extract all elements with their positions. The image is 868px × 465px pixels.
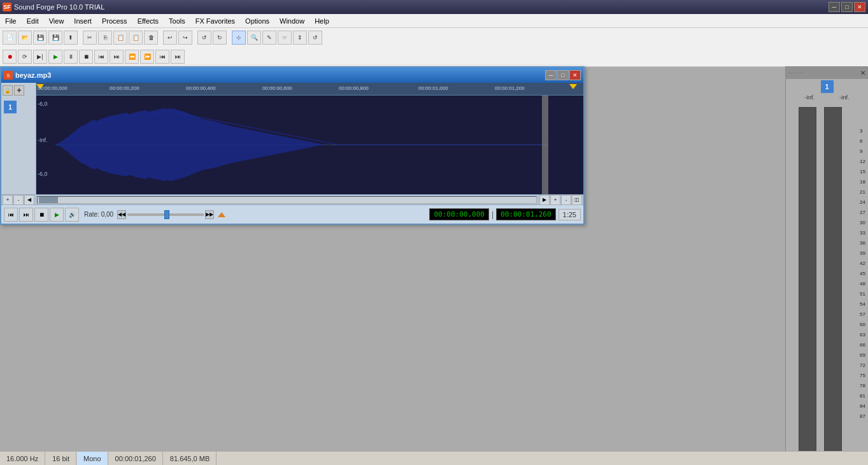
rate-increase[interactable]: ▶▶ [205,210,214,219]
copy-button[interactable]: ⎘ [98,31,112,45]
undo2-button[interactable]: ↺ [197,31,211,45]
pencil-tool-button[interactable]: ✎ [262,31,276,45]
track-number: 1 [4,101,17,113]
timeline-marker-right[interactable] [569,84,577,89]
go-start-button[interactable]: ⏮ [4,208,18,222]
vu-scale-51: 51 [860,292,865,297]
delete-button[interactable]: 🗑 [144,31,158,45]
tick-1: 00:00:00,200 [110,85,139,91]
open-button[interactable]: 📂 [18,31,32,45]
fit-button[interactable]: ◫ [572,195,582,205]
play-from-start[interactable]: ▶| [33,50,47,64]
vu-scale-48: 48 [860,282,865,287]
zoom-minus2-button[interactable]: - [561,195,571,205]
redo-button[interactable]: ↪ [178,31,192,45]
scroll-right-button[interactable]: ▶ [539,195,550,205]
scroll-thumb[interactable] [39,197,58,203]
vu-inf-labels: -Inf. -Inf. [786,94,868,101]
go-end-button[interactable]: ⏭ [19,208,33,222]
vu-scale-12: 12 [860,159,865,164]
zoom-in-button[interactable]: + [550,195,560,205]
pause-button[interactable]: ⏸ [64,50,78,64]
maximize-button[interactable]: □ [841,2,853,12]
menu-effects[interactable]: Effects [132,16,164,26]
rate-slider-thumb[interactable] [164,210,169,219]
menu-options[interactable]: Options [240,16,274,26]
svg-marker-1 [55,108,542,145]
menu-tools[interactable]: Tools [164,16,190,26]
record-button[interactable]: ⏺ [3,50,17,64]
menu-help[interactable]: Help [309,16,334,26]
save-as-button[interactable]: 💾 [48,31,62,45]
menu-window[interactable]: Window [274,16,309,26]
play-button[interactable]: ▶ [50,208,64,222]
vu-channel-number: 1 [821,80,834,93]
vu-bar-left [799,107,816,464]
go-end2[interactable]: ⏭ [110,50,124,64]
tick-0: 00:00:00,000 [38,85,68,91]
zoom-tool-button[interactable]: 🔍 [247,31,261,45]
pointer-tool-button[interactable]: ☞ [278,31,292,45]
prev-marker[interactable]: ⏮ [155,50,169,64]
zoom-minus-button[interactable]: - [13,195,24,205]
tick-3: 00:00:00,600 [262,85,292,91]
svg-marker-2 [55,145,542,181]
rate-decrease[interactable]: ◀◀ [117,210,126,219]
vu-scale-27: 27 [860,210,865,215]
monitor-button[interactable]: 🔊 [65,208,79,222]
select-tool-button[interactable]: ⊹ [232,31,246,45]
stop-button2[interactable]: ⏹ [79,50,93,64]
new-button[interactable]: 📄 [3,31,17,45]
scroll-left-button[interactable]: ◀ [24,195,34,205]
rate-slider-track[interactable] [127,213,204,216]
menu-view[interactable]: View [44,16,69,26]
loop-button[interactable]: ⟳ [18,50,32,64]
close-button[interactable]: ✕ [854,2,865,12]
rate-label: Rate: 0,00 [84,211,113,218]
cut-button[interactable]: ✂ [83,31,97,45]
time-display: 00:00:00,000 | 00:00:01,260 1:25 [429,208,581,220]
redo2-button[interactable]: ↻ [213,31,227,45]
waveform-display[interactable]: -6,0 -Inf. -6,0 [36,96,583,194]
zoom-out-button[interactable]: + [3,195,13,205]
vu-scale-66: 66 [860,343,865,348]
menu-edit[interactable]: Edit [22,16,44,26]
waveform-svg [36,96,548,194]
transport-bar: ⏮ ⏭ ⏹ ▶ 🔊 Rate: 0,00 ◀◀ ▶▶ 00:00:00,000 … [1,204,583,224]
menu-process[interactable]: Process [97,16,132,26]
vu-drag-handle: ······ [788,70,804,76]
menu-insert[interactable]: Insert [69,16,97,26]
paste-button[interactable]: 📋 [113,31,127,45]
menu-fx-favorites[interactable]: FX Favorites [190,16,240,26]
status-bit-depth: 16 bit [46,452,76,465]
save-button[interactable]: 💾 [33,31,47,45]
add-track-button[interactable]: + [14,85,24,96]
vu-meter-bars: 3 6 9 12 15 18 21 24 27 30 33 36 39 42 4… [786,101,868,465]
lock-button[interactable]: 🔒 [3,85,13,96]
play-button2[interactable]: ▶ [48,50,62,64]
rate-slider[interactable]: ◀◀ ▶▶ [117,210,214,219]
scroll-track[interactable] [37,196,537,204]
stop-button[interactable]: ⏹ [34,208,48,222]
undo-button[interactable]: ↩ [163,31,177,45]
vu-scale-45: 45 [860,271,865,276]
next-marker[interactable]: ⏭ [171,50,185,64]
rotate-tool-button[interactable]: ↺ [308,31,322,45]
menu-file[interactable]: File [0,16,22,26]
audio-window-close[interactable]: ✕ [569,70,581,80]
vu-close-button[interactable]: ✕ [860,69,865,76]
upload-button[interactable]: ⬆ [64,31,78,45]
go-beginning[interactable]: ⏮ [94,50,108,64]
vu-scale-72: 72 [860,363,865,368]
audio-window-icon: S [4,71,13,80]
minimize-button[interactable]: ─ [829,2,840,12]
waveform-container[interactable]: 00:00:00,000 00:00:00,200 00:00:00,400 0… [36,83,583,194]
audio-window-maximize[interactable]: □ [557,70,569,80]
fast-forward-button[interactable]: ⏩ [140,50,154,64]
rewind-button[interactable]: ⏪ [125,50,139,64]
paste2-button[interactable]: 📋 [129,31,143,45]
updown-tool-button[interactable]: ⇕ [293,31,307,45]
title-bar: SF Sound Forge Pro 10.0 TRIAL ─ □ ✕ [0,0,868,14]
audio-window-title: beyaz.mp3 [15,71,51,79]
audio-window-minimize[interactable]: ─ [545,70,557,80]
